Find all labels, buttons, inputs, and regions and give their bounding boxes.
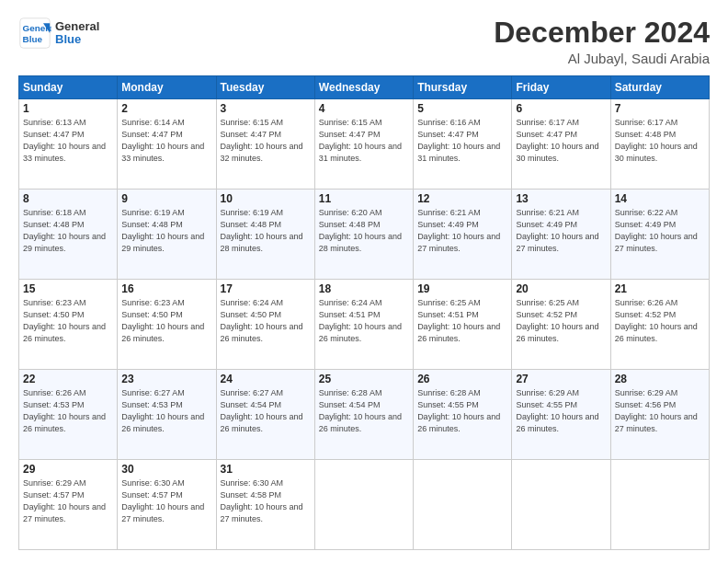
day-info: Sunrise: 6:29 AMSunset: 4:55 PMDaylight:… xyxy=(516,388,598,433)
day-info: Sunrise: 6:21 AMSunset: 4:49 PMDaylight:… xyxy=(417,208,500,253)
day-cell-28: 28Sunrise: 6:29 AMSunset: 4:56 PMDayligh… xyxy=(610,370,709,460)
day-info: Sunrise: 6:26 AMSunset: 4:52 PMDaylight:… xyxy=(615,298,698,343)
day-cell-27: 27Sunrise: 6:29 AMSunset: 4:55 PMDayligh… xyxy=(512,370,610,460)
day-number: 7 xyxy=(615,102,705,115)
day-cell-24: 24Sunrise: 6:27 AMSunset: 4:54 PMDayligh… xyxy=(216,370,314,460)
day-cell-21: 21Sunrise: 6:26 AMSunset: 4:52 PMDayligh… xyxy=(610,280,709,370)
calendar-row-2: 15Sunrise: 6:23 AMSunset: 4:50 PMDayligh… xyxy=(19,280,710,370)
day-info: Sunrise: 6:24 AMSunset: 4:50 PMDaylight:… xyxy=(221,298,303,343)
day-cell-13: 13Sunrise: 6:21 AMSunset: 4:49 PMDayligh… xyxy=(512,190,610,280)
day-number: 14 xyxy=(615,192,705,205)
empty-cell xyxy=(512,460,610,550)
day-info: Sunrise: 6:19 AMSunset: 4:48 PMDaylight:… xyxy=(221,208,303,253)
day-info: Sunrise: 6:15 AMSunset: 4:47 PMDaylight:… xyxy=(319,118,402,163)
empty-cell xyxy=(314,460,413,550)
day-info: Sunrise: 6:23 AMSunset: 4:50 PMDaylight:… xyxy=(23,298,106,343)
day-number: 13 xyxy=(516,192,606,205)
day-number: 19 xyxy=(417,282,507,295)
day-number: 3 xyxy=(221,102,311,115)
day-info: Sunrise: 6:29 AMSunset: 4:57 PMDaylight:… xyxy=(23,478,106,523)
day-number: 6 xyxy=(516,102,606,115)
calendar-row-3: 22Sunrise: 6:26 AMSunset: 4:53 PMDayligh… xyxy=(19,370,710,460)
day-info: Sunrise: 6:25 AMSunset: 4:51 PMDaylight:… xyxy=(417,298,500,343)
day-number: 22 xyxy=(23,373,113,385)
day-info: Sunrise: 6:21 AMSunset: 4:49 PMDaylight:… xyxy=(516,208,598,253)
day-cell-14: 14Sunrise: 6:22 AMSunset: 4:49 PMDayligh… xyxy=(610,190,709,280)
day-cell-22: 22Sunrise: 6:26 AMSunset: 4:53 PMDayligh… xyxy=(19,370,118,460)
day-number: 28 xyxy=(615,373,705,385)
day-info: Sunrise: 6:27 AMSunset: 4:54 PMDaylight:… xyxy=(221,388,303,433)
day-info: Sunrise: 6:28 AMSunset: 4:55 PMDaylight:… xyxy=(417,388,500,433)
title-block: December 2024 Al Jubayl, Saudi Arabia xyxy=(494,17,710,66)
logo-blue: Blue xyxy=(55,33,99,46)
weekday-header-wednesday: Wednesday xyxy=(314,76,413,99)
day-info: Sunrise: 6:18 AMSunset: 4:48 PMDaylight:… xyxy=(23,208,106,253)
day-cell-3: 3Sunrise: 6:15 AMSunset: 4:47 PMDaylight… xyxy=(216,99,314,190)
day-cell-17: 17Sunrise: 6:24 AMSunset: 4:50 PMDayligh… xyxy=(216,280,314,370)
day-number: 31 xyxy=(221,463,311,476)
calendar-row-1: 8Sunrise: 6:18 AMSunset: 4:48 PMDaylight… xyxy=(19,190,710,280)
day-number: 10 xyxy=(221,192,311,205)
day-info: Sunrise: 6:26 AMSunset: 4:53 PMDaylight:… xyxy=(23,388,106,433)
day-cell-4: 4Sunrise: 6:15 AMSunset: 4:47 PMDaylight… xyxy=(314,99,413,190)
day-info: Sunrise: 6:22 AMSunset: 4:49 PMDaylight:… xyxy=(615,208,698,253)
day-info: Sunrise: 6:24 AMSunset: 4:51 PMDaylight:… xyxy=(319,298,402,343)
day-number: 30 xyxy=(121,463,211,476)
svg-text:Blue: Blue xyxy=(23,34,43,44)
day-number: 23 xyxy=(121,373,211,385)
calendar-row-0: 1Sunrise: 6:13 AMSunset: 4:47 PMDaylight… xyxy=(19,99,710,190)
day-info: Sunrise: 6:29 AMSunset: 4:56 PMDaylight:… xyxy=(615,388,698,433)
calendar-header-row: SundayMondayTuesdayWednesdayThursdayFrid… xyxy=(19,76,710,99)
location-title: Al Jubayl, Saudi Arabia xyxy=(494,51,710,66)
day-cell-6: 6Sunrise: 6:17 AMSunset: 4:47 PMDaylight… xyxy=(512,99,610,190)
day-info: Sunrise: 6:19 AMSunset: 4:48 PMDaylight:… xyxy=(121,208,204,253)
weekday-header-saturday: Saturday xyxy=(610,76,709,99)
calendar-row-4: 29Sunrise: 6:29 AMSunset: 4:57 PMDayligh… xyxy=(19,460,710,550)
day-number: 25 xyxy=(319,373,409,385)
day-number: 5 xyxy=(417,102,507,115)
day-cell-19: 19Sunrise: 6:25 AMSunset: 4:51 PMDayligh… xyxy=(414,280,512,370)
day-info: Sunrise: 6:17 AMSunset: 4:47 PMDaylight:… xyxy=(516,118,598,163)
day-cell-31: 31Sunrise: 6:30 AMSunset: 4:58 PMDayligh… xyxy=(216,460,314,550)
month-title: December 2024 xyxy=(494,17,710,49)
day-number: 16 xyxy=(121,282,211,295)
weekday-header-sunday: Sunday xyxy=(19,76,118,99)
day-cell-16: 16Sunrise: 6:23 AMSunset: 4:50 PMDayligh… xyxy=(118,280,216,370)
day-cell-25: 25Sunrise: 6:28 AMSunset: 4:54 PMDayligh… xyxy=(314,370,413,460)
day-cell-26: 26Sunrise: 6:28 AMSunset: 4:55 PMDayligh… xyxy=(414,370,512,460)
weekday-header-monday: Monday xyxy=(118,76,216,99)
day-number: 11 xyxy=(319,192,409,205)
day-info: Sunrise: 6:30 AMSunset: 4:57 PMDaylight:… xyxy=(121,478,204,523)
empty-cell xyxy=(610,460,709,550)
day-cell-10: 10Sunrise: 6:19 AMSunset: 4:48 PMDayligh… xyxy=(216,190,314,280)
day-number: 1 xyxy=(23,102,113,115)
day-number: 24 xyxy=(221,373,311,385)
day-info: Sunrise: 6:20 AMSunset: 4:48 PMDaylight:… xyxy=(319,208,402,253)
empty-cell xyxy=(414,460,512,550)
logo: General Blue General Blue xyxy=(18,17,99,50)
day-cell-30: 30Sunrise: 6:30 AMSunset: 4:57 PMDayligh… xyxy=(118,460,216,550)
day-info: Sunrise: 6:13 AMSunset: 4:47 PMDaylight:… xyxy=(23,118,106,163)
day-cell-5: 5Sunrise: 6:16 AMSunset: 4:47 PMDaylight… xyxy=(414,99,512,190)
day-info: Sunrise: 6:15 AMSunset: 4:47 PMDaylight:… xyxy=(221,118,303,163)
day-cell-9: 9Sunrise: 6:19 AMSunset: 4:48 PMDaylight… xyxy=(118,190,216,280)
day-info: Sunrise: 6:27 AMSunset: 4:53 PMDaylight:… xyxy=(121,388,204,433)
day-cell-29: 29Sunrise: 6:29 AMSunset: 4:57 PMDayligh… xyxy=(19,460,118,550)
day-number: 20 xyxy=(516,282,606,295)
day-cell-2: 2Sunrise: 6:14 AMSunset: 4:47 PMDaylight… xyxy=(118,99,216,190)
weekday-header-friday: Friday xyxy=(512,76,610,99)
day-info: Sunrise: 6:17 AMSunset: 4:48 PMDaylight:… xyxy=(615,118,698,163)
day-number: 29 xyxy=(23,463,113,476)
day-cell-20: 20Sunrise: 6:25 AMSunset: 4:52 PMDayligh… xyxy=(512,280,610,370)
day-number: 21 xyxy=(615,282,705,295)
day-cell-1: 1Sunrise: 6:13 AMSunset: 4:47 PMDaylight… xyxy=(19,99,118,190)
day-number: 15 xyxy=(23,282,113,295)
page: General Blue General Blue December 2024 … xyxy=(0,0,728,563)
day-number: 26 xyxy=(417,373,507,385)
logo-general: General xyxy=(55,20,99,33)
day-cell-23: 23Sunrise: 6:27 AMSunset: 4:53 PMDayligh… xyxy=(118,370,216,460)
day-cell-12: 12Sunrise: 6:21 AMSunset: 4:49 PMDayligh… xyxy=(414,190,512,280)
day-cell-8: 8Sunrise: 6:18 AMSunset: 4:48 PMDaylight… xyxy=(19,190,118,280)
day-cell-11: 11Sunrise: 6:20 AMSunset: 4:48 PMDayligh… xyxy=(314,190,413,280)
calendar-table: SundayMondayTuesdayWednesdayThursdayFrid… xyxy=(18,75,710,550)
